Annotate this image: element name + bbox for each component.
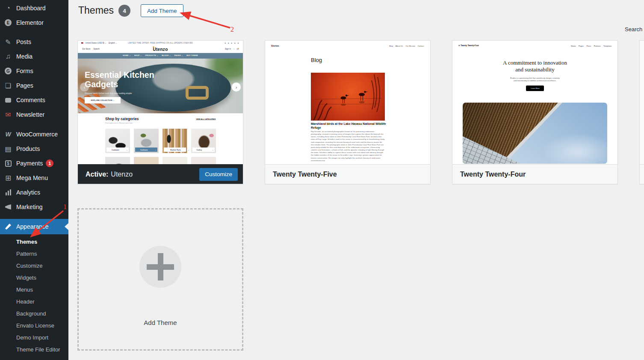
social-icons: ● ● ● ● ● xyxy=(225,42,239,44)
media-icon: ♫ xyxy=(4,52,12,61)
woocommerce-icon: W xyxy=(4,130,12,139)
wishlist-heart-icon: ♡ xyxy=(233,48,235,50)
menu-separator xyxy=(0,30,68,35)
theme-card-twenty-twenty-four[interactable]: ✳ Twenty Twenty-Four HomePagesPostsPatte… xyxy=(452,40,618,184)
theme-card-partial[interactable] xyxy=(639,40,644,184)
category-label: Cookware xyxy=(112,149,119,151)
explore-collection-button: EXPLORE COLLECTION → xyxy=(85,97,121,103)
submenu-item-theme-file-editor[interactable]: Theme File Editor xyxy=(0,344,68,356)
sidebar-item-label: Pages xyxy=(16,82,33,89)
category-label: Kitchen Tools xyxy=(170,149,181,151)
sidebar-item-label: Forms xyxy=(16,68,33,74)
customize-button[interactable]: Customize xyxy=(199,168,238,181)
twenty-twenty-four-logo: ✳ Twenty Twenty-Four xyxy=(458,44,479,47)
learn-more-button: Learn More xyxy=(526,86,544,91)
add-theme-label: Add Theme xyxy=(79,319,242,326)
marshland-birds-photo xyxy=(311,73,385,121)
add-theme-dropzone[interactable]: Add Theme xyxy=(77,208,243,351)
article-excerpt: Flip Schulke, an acclaimed photographer … xyxy=(311,130,385,162)
nav-buy-theme: BUY THEME xyxy=(186,54,198,56)
category-card-cookware-2: Cookware→ xyxy=(134,129,159,153)
nav-patterns: Patterns xyxy=(594,45,600,47)
sidebar-item-newsletter[interactable]: ✉ Newsletter xyxy=(0,107,68,122)
arrow-icon: → xyxy=(188,149,189,151)
submenu-item-background[interactable]: Background xyxy=(0,308,68,320)
sidebar-item-label: Media xyxy=(16,53,32,60)
appearance-brush-icon xyxy=(4,222,12,231)
sidebar-item-woocommerce[interactable]: W WooCommerce xyxy=(0,127,68,142)
cart-badge xyxy=(238,48,239,49)
forms-icon: G xyxy=(4,67,12,75)
utenzo-topbar: United States (USD $) ⌄English ⌄ LIMITED… xyxy=(78,41,243,46)
theme-card-utenzo[interactable]: United States (USD $) ⌄English ⌄ LIMITED… xyxy=(77,40,243,184)
sidebar-item-analytics[interactable]: Analytics xyxy=(0,185,68,200)
sidebar-item-appearance[interactable]: Appearance xyxy=(0,219,68,234)
hero-headline: Essential KitchenGadgets xyxy=(85,71,154,89)
sidebar-item-payments[interactable]: $ Payments 1 xyxy=(0,156,68,171)
stories-logo: Stories xyxy=(271,44,279,47)
submenu-item-header[interactable]: Header xyxy=(0,296,68,308)
submenu-item-demo-import[interactable]: Demo Import xyxy=(0,332,68,344)
promo-banner: LIMITED TIME OFFER: FREE SHIPPING ON ALL… xyxy=(119,42,202,44)
add-theme-button[interactable]: Add Theme xyxy=(141,4,183,17)
nav-posts: Posts xyxy=(586,45,591,47)
sidebar-item-forms[interactable]: G Forms xyxy=(0,64,68,78)
sidebar-item-mega-menu[interactable]: ⊞ Mega Menu xyxy=(0,171,68,185)
sidebar-item-label: Comments xyxy=(16,97,45,103)
sidebar-item-label: Analytics xyxy=(16,189,40,196)
sidebar-item-posts[interactable]: ✎ Posts xyxy=(0,35,68,49)
annotation-arrow-2 xyxy=(182,13,230,28)
utenzo-hero: Essential KitchenGadgets Discover handy … xyxy=(78,59,243,113)
theme-card-twenty-twenty-five[interactable]: Stories BlogAbout UsOur MissionContact B… xyxy=(265,40,431,184)
category-image-partial xyxy=(162,157,187,164)
sidebar-item-dashboard[interactable]: ◔ Dashboard xyxy=(0,1,68,15)
utenzo-navbar: HOME ⌄SHOP ⌄PRODUCTS ⌄BLOGS ⌄PAGES ⌄BUY … xyxy=(78,53,243,59)
payments-count-badge: 1 xyxy=(46,159,53,167)
posts-pin-icon: ✎ xyxy=(4,38,12,46)
sidebar-item-media[interactable]: ♫ Media xyxy=(0,49,68,64)
utenzo-theme-preview: United States (USD $) ⌄English ⌄ LIMITED… xyxy=(78,41,243,164)
category-card-kitchen-tools: Kitchen Tools→ xyxy=(162,129,187,153)
nav-our-mission: Our Mission xyxy=(406,45,416,47)
arrow-icon: → xyxy=(212,149,213,151)
sidebar-item-pages[interactable]: ❏ Pages xyxy=(0,78,68,93)
submenu-item-widgets[interactable]: Widgets xyxy=(0,272,68,284)
sidebar-item-label: Dashboard xyxy=(16,5,46,12)
active-theme-name: Utenzo xyxy=(111,171,133,178)
sidebar-item-products[interactable]: ▤ Products xyxy=(0,142,68,156)
sidebar-item-label: Newsletter xyxy=(16,111,44,118)
nav-home: Home xyxy=(571,45,576,47)
submenu-item-patterns[interactable]: Patterns xyxy=(0,248,68,260)
sidebar-item-elementor[interactable]: E Elementor xyxy=(0,15,68,30)
elementor-icon: E xyxy=(4,18,12,27)
category-label: Cookware xyxy=(140,149,148,151)
active-label: Active: xyxy=(86,171,108,178)
dashboard-icon: ◔ xyxy=(4,4,12,12)
theme-name: Twenty Twenty-Four xyxy=(460,171,526,178)
submenu-item-envato-license[interactable]: Envato License xyxy=(0,320,68,332)
submenu-item-menus[interactable]: Menus xyxy=(0,284,68,296)
submenu-item-themes[interactable]: Themes xyxy=(0,236,68,248)
sidebar-item-label: Posts xyxy=(16,38,31,45)
category-image-partial xyxy=(134,157,159,164)
analytics-bars-icon xyxy=(4,188,12,197)
products-box-icon: ▤ xyxy=(4,145,12,153)
logo-accent-dot xyxy=(153,46,154,47)
sidebar-item-label: Payments xyxy=(16,160,43,167)
theme-name: Twenty Twenty-Five xyxy=(273,171,337,178)
sidebar-item-marketing[interactable]: Marketing xyxy=(0,200,68,214)
carousel-next-arrow: › xyxy=(232,83,241,91)
nav-pages: Pages xyxy=(579,45,584,47)
bird-silhouettes xyxy=(311,73,385,121)
comments-bubble-icon xyxy=(4,96,12,104)
currency-selector: United States (USD $) ⌄ xyxy=(86,42,107,44)
nav-products: PRODUCTS ⌄ xyxy=(145,54,159,56)
theme-preview-partial xyxy=(640,41,644,164)
hero-subtitle: Études is a pioneering firm that seamles… xyxy=(494,77,576,82)
submenu-item-customize[interactable]: Customize xyxy=(0,260,68,272)
search-link: Search xyxy=(94,48,100,50)
nav-contact: Contact xyxy=(418,45,424,47)
menu-separator xyxy=(0,122,68,127)
category-card-cutlery: Cutlery→ xyxy=(191,129,216,153)
sidebar-item-comments[interactable]: Comments xyxy=(0,93,68,107)
